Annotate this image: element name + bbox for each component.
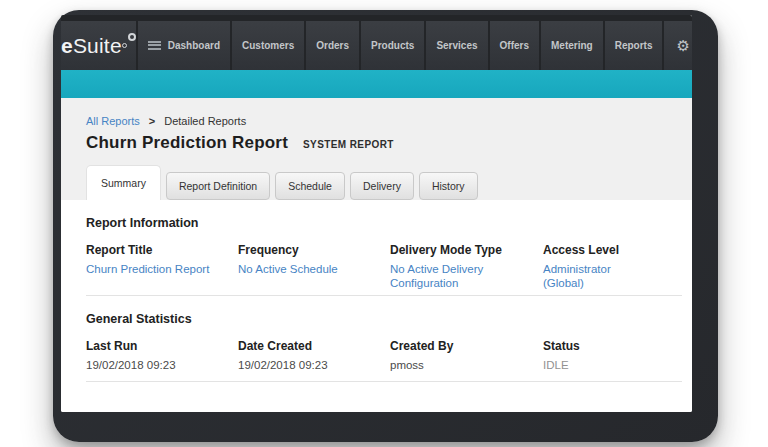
nav-item-label: Offers — [500, 40, 529, 51]
title-row: Churn Prediction Report SYSTEM REPORT — [86, 133, 692, 153]
field-label: Last Run — [86, 339, 210, 353]
logo-bubbles-icon — [122, 33, 136, 59]
date-created-value: 19/02/2018 09:23 — [238, 358, 362, 372]
gear-icon: ⚙ — [676, 38, 689, 53]
system-report-badge: SYSTEM REPORT — [303, 139, 394, 150]
field-delivery-mode-type: Delivery Mode Type No Active Delivery Co… — [390, 243, 543, 290]
nav-item-orders[interactable]: Orders — [306, 21, 359, 70]
nav-item-customers[interactable]: Customers — [232, 21, 304, 70]
page-header: All Reports > Detailed Reports Churn Pre… — [61, 98, 692, 200]
tab-bar: Summary Report Definition Schedule Deliv… — [86, 165, 483, 200]
status-value: IDLE — [543, 358, 654, 372]
general-statistics-grid: Last Run 19/02/2018 09:23 Date Created 1… — [86, 339, 682, 372]
nav-item-label: Orders — [316, 40, 349, 51]
tab-label: Schedule — [288, 180, 332, 192]
report-information-grid: Report Title Churn Prediction Report Fre… — [86, 243, 682, 290]
last-run-value: 19/02/2018 09:23 — [86, 358, 210, 372]
nav-item-label: Metering — [551, 40, 593, 51]
breadcrumb: All Reports > Detailed Reports — [86, 115, 692, 127]
page-title: Churn Prediction Report — [86, 133, 288, 153]
tab-history[interactable]: History — [419, 172, 478, 200]
summary-panel: Report Information Report Title Churn Pr… — [61, 200, 692, 412]
nav-item-dashboard[interactable]: Dashboard — [138, 21, 230, 70]
section-divider — [86, 295, 682, 296]
field-label: Frequency — [238, 243, 362, 257]
field-label: Status — [543, 339, 654, 353]
settings-button[interactable]: ⚙ — [664, 21, 692, 70]
nav-item-products[interactable]: Products — [361, 21, 424, 70]
field-label: Delivery Mode Type — [390, 243, 515, 257]
access-level-link[interactable]: Administrator (Global) — [543, 262, 654, 290]
breadcrumb-separator: > — [149, 115, 155, 127]
frequency-link[interactable]: No Active Schedule — [238, 262, 362, 276]
field-label: Access Level — [543, 243, 654, 257]
app-screen: eSuite Dashboard Customers Orders Produc… — [61, 15, 692, 412]
brand-logo-text: eSuite — [61, 34, 122, 58]
tab-label: History — [432, 180, 465, 192]
tab-report-definition[interactable]: Report Definition — [166, 172, 270, 200]
general-statistics-heading: General Statistics — [86, 312, 682, 326]
created-by-value: pmoss — [390, 358, 515, 372]
tab-summary[interactable]: Summary — [86, 165, 161, 200]
field-last-run: Last Run 19/02/2018 09:23 — [86, 339, 238, 372]
tab-label: Summary — [101, 177, 146, 189]
field-label: Date Created — [238, 339, 362, 353]
brand-logo[interactable]: eSuite — [61, 21, 136, 70]
tab-schedule[interactable]: Schedule — [275, 172, 345, 200]
nav-item-label: Reports — [615, 40, 653, 51]
device-frame: eSuite Dashboard Customers Orders Produc… — [53, 10, 718, 442]
tab-label: Report Definition — [179, 180, 257, 192]
nav-item-label: Dashboard — [168, 40, 220, 51]
nav-item-metering[interactable]: Metering — [541, 21, 603, 70]
accent-bar — [61, 70, 692, 98]
delivery-mode-link[interactable]: No Active Delivery Configuration — [390, 262, 515, 290]
field-status: Status IDLE — [543, 339, 682, 372]
tab-label: Delivery — [363, 180, 401, 192]
field-frequency: Frequency No Active Schedule — [238, 243, 390, 290]
nav-item-services[interactable]: Services — [426, 21, 487, 70]
field-report-title: Report Title Churn Prediction Report — [86, 243, 238, 290]
field-label: Created By — [390, 339, 515, 353]
top-navbar: eSuite Dashboard Customers Orders Produc… — [61, 15, 692, 70]
field-date-created: Date Created 19/02/2018 09:23 — [238, 339, 390, 372]
nav-item-label: Customers — [242, 40, 294, 51]
bubble-small-icon — [122, 43, 127, 48]
report-title-link[interactable]: Churn Prediction Report — [86, 262, 210, 276]
nav-item-reports[interactable]: Reports — [605, 21, 663, 70]
hamburger-menu-icon — [148, 41, 161, 50]
stage: eSuite Dashboard Customers Orders Produc… — [0, 0, 768, 447]
bubble-large-icon — [128, 33, 136, 41]
nav-item-label: Services — [436, 40, 477, 51]
report-information-heading: Report Information — [86, 216, 682, 230]
tab-delivery[interactable]: Delivery — [350, 172, 414, 200]
field-created-by: Created By pmoss — [390, 339, 543, 372]
field-label: Report Title — [86, 243, 210, 257]
nav-item-label: Products — [371, 40, 414, 51]
section-divider — [86, 381, 682, 382]
field-access-level: Access Level Administrator (Global) — [543, 243, 682, 290]
breadcrumb-link-all-reports[interactable]: All Reports — [86, 115, 140, 127]
breadcrumb-current: Detailed Reports — [164, 115, 246, 127]
nav-item-offers[interactable]: Offers — [490, 21, 539, 70]
